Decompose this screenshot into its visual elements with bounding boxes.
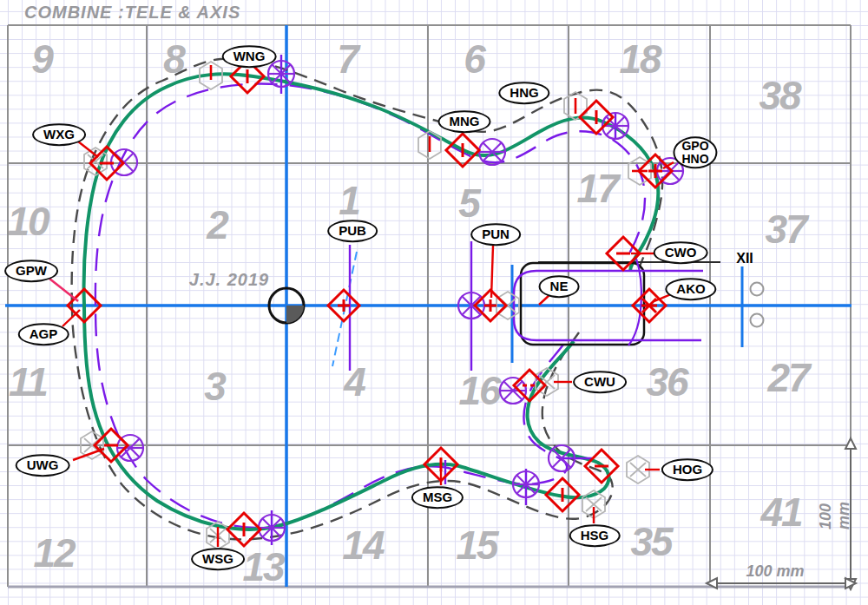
label-pun[interactable]: PUN — [470, 223, 521, 246]
label-gpw[interactable]: GPW — [4, 260, 58, 282]
label-mng[interactable]: MNG — [438, 110, 491, 133]
label-pub[interactable]: PUB — [327, 220, 378, 242]
label-hno-line: HNO — [681, 152, 708, 166]
label-wxg[interactable]: WXG — [32, 123, 86, 146]
label-gpo-line: GPO — [681, 139, 708, 153]
tele-outline-green[interactable] — [84, 74, 659, 529]
circle-mng — [479, 139, 505, 165]
diamond-markers[interactable] — [68, 60, 672, 546]
label-cwu[interactable]: CWU — [573, 371, 627, 393]
fret-xii-label: XII — [736, 251, 753, 266]
circle-cwu — [500, 378, 526, 404]
cad-canvas: 9 8 7 6 18 38 10 2 1 5 17 37 11 3 4 16 3… — [0, 0, 868, 605]
label-hng[interactable]: HNG — [498, 82, 549, 104]
label-hsg[interactable]: HSG — [569, 524, 621, 547]
drawing-layer — [0, 0, 868, 605]
label-ako[interactable]: AKO — [665, 278, 716, 300]
label-wng[interactable]: WNG — [222, 45, 277, 68]
label-hog[interactable]: HOG — [661, 458, 713, 481]
label-uwg[interactable]: UWG — [16, 454, 70, 477]
dim-label-vertical: 100 mm — [817, 496, 853, 529]
label-msg[interactable]: MSG — [411, 486, 464, 509]
label-agp[interactable]: AGP — [18, 323, 69, 345]
label-wsg[interactable]: WSG — [191, 548, 245, 570]
leader-gpw — [49, 279, 78, 301]
leader-pun — [491, 246, 493, 298]
label-cwo[interactable]: CWO — [654, 241, 708, 264]
label-ne[interactable]: NE — [539, 275, 580, 298]
drawing-title: COMBINE :TELE & AXIS — [24, 3, 240, 23]
dim-label-horizontal: 100 mm — [746, 562, 804, 581]
axis-outline-dashed[interactable] — [72, 59, 663, 540]
